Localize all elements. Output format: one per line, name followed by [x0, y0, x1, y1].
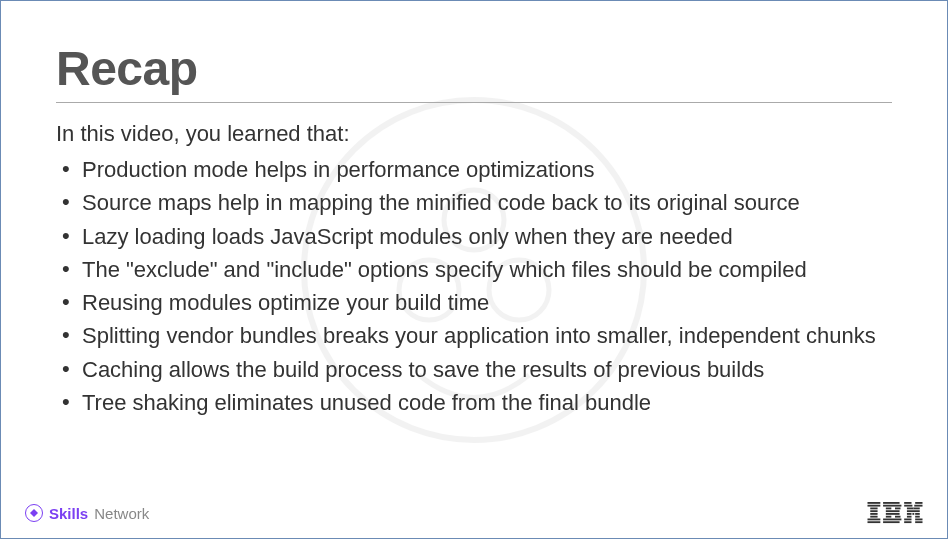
svg-rect-34 — [904, 519, 911, 521]
svg-rect-10 — [868, 519, 881, 521]
svg-rect-20 — [883, 519, 901, 521]
svg-rect-31 — [915, 513, 920, 515]
brand-network-text: Network — [94, 505, 149, 522]
svg-rect-9 — [870, 516, 877, 518]
svg-rect-19 — [895, 516, 901, 518]
list-item: Caching allows the build process to save… — [62, 353, 892, 386]
slide-content: Recap In this video, you learned that: P… — [1, 1, 947, 419]
svg-rect-14 — [886, 508, 892, 510]
svg-rect-28 — [907, 510, 920, 512]
svg-rect-33 — [915, 516, 920, 518]
svg-rect-26 — [907, 508, 913, 510]
svg-rect-16 — [886, 510, 900, 512]
svg-rect-25 — [914, 505, 922, 507]
svg-rect-12 — [883, 502, 900, 504]
svg-rect-6 — [870, 508, 877, 510]
svg-rect-35 — [915, 519, 922, 521]
skills-network-brand: Skills Network — [25, 504, 149, 522]
list-item: Reusing modules optimize your build time — [62, 286, 892, 319]
slide-title: Recap — [56, 41, 892, 103]
svg-rect-29 — [907, 513, 912, 515]
svg-rect-21 — [883, 521, 900, 523]
ibm-logo-icon — [867, 502, 923, 524]
svg-rect-7 — [870, 510, 877, 512]
svg-rect-4 — [868, 502, 881, 504]
svg-rect-11 — [868, 521, 881, 523]
svg-rect-27 — [913, 508, 919, 510]
list-item: The "exclude" and "include" options spec… — [62, 253, 892, 286]
svg-rect-23 — [915, 502, 922, 504]
svg-rect-15 — [895, 508, 901, 510]
svg-rect-5 — [868, 505, 881, 507]
slide-footer: Skills Network — [1, 502, 947, 524]
svg-rect-18 — [886, 516, 892, 518]
intro-text: In this video, you learned that: — [56, 121, 892, 147]
svg-rect-30 — [912, 513, 914, 515]
bullet-list: Production mode helps in performance opt… — [56, 153, 892, 419]
list-item: Tree shaking eliminates unused code from… — [62, 386, 892, 419]
svg-rect-22 — [904, 502, 911, 504]
brand-skills-text: Skills — [49, 505, 88, 522]
skills-network-icon — [25, 504, 43, 522]
list-item: Source maps help in mapping the minified… — [62, 186, 892, 219]
svg-rect-24 — [904, 505, 912, 507]
list-item: Lazy loading loads JavaScript modules on… — [62, 220, 892, 253]
list-item: Production mode helps in performance opt… — [62, 153, 892, 186]
svg-rect-37 — [915, 521, 922, 523]
svg-rect-36 — [904, 521, 911, 523]
list-item: Splitting vendor bundles breaks your app… — [62, 319, 892, 352]
svg-rect-8 — [870, 513, 877, 515]
svg-rect-17 — [886, 513, 900, 515]
svg-rect-32 — [907, 516, 912, 518]
svg-rect-13 — [883, 505, 901, 507]
